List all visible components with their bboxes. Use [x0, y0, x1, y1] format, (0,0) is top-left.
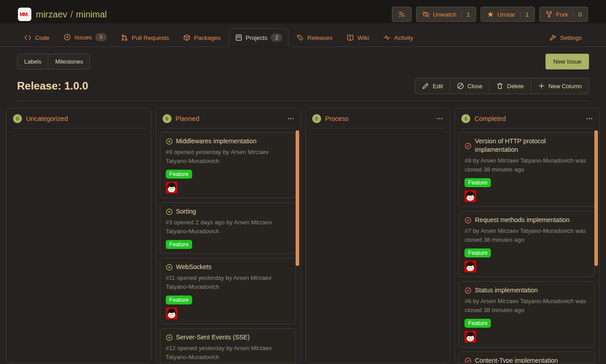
repo-owner-link[interactable]: mirzaev [36, 9, 67, 20]
issue-meta: #9 opened yesterday by Arsen Mirzaev Tat… [166, 148, 290, 166]
issue-card[interactable]: Status implementation#6 by Arsen Mirzaev… [459, 281, 595, 347]
issue-card[interactable]: Version of HTTP protocol implamentation#… [459, 132, 595, 207]
milestones-button[interactable]: Milestones [48, 54, 90, 69]
column-header: 0Uncategorized [7, 108, 151, 128]
tab-label: Projects [246, 34, 268, 41]
issue-meta: #7 by Arsen Mirzaev Tatyano-Muradovich w… [464, 227, 589, 244]
issue-label[interactable]: Feature [166, 295, 192, 304]
issue-title: WebSockets [176, 263, 211, 271]
trash-icon [496, 82, 503, 90]
repo-avatar-text: MM [20, 12, 27, 17]
project-icon [235, 34, 242, 41]
tab-badge: 2 [271, 34, 282, 42]
kanban-board: 0Uncategorized6PlannedMiddlewares implem… [6, 108, 600, 363]
issue-meta: #3 opened 2 days ago by Arsen Mirzaev Ta… [166, 218, 290, 236]
tab-issues[interactable]: Issues8 [57, 28, 113, 47]
tab-projects[interactable]: Projects2 [229, 28, 288, 47]
issue-label[interactable]: Feature [166, 240, 192, 249]
issue-card[interactable]: Sorting#3 opened 2 days ago by Arsen Mir… [160, 202, 296, 254]
issue-card[interactable]: Middlewares implementation#9 opened yest… [160, 132, 296, 198]
code-icon [24, 34, 31, 41]
unstar-count[interactable]: 1 [520, 11, 529, 18]
tab-releases[interactable]: Releases [290, 29, 339, 47]
tab-pull-requests[interactable]: Pull Requests [115, 29, 175, 47]
unwatch-button[interactable]: Unwatch1 [416, 7, 476, 22]
repo-header: MML mirzaev / minimal Unwatch1Unstar1For… [0, 0, 606, 23]
tab-label: Activity [394, 34, 413, 41]
issue-card-title-row: WebSockets [166, 263, 290, 271]
tab-label: Wiki [357, 34, 369, 41]
issue-card[interactable]: WebSockets#11 opened yesterday by Arsen … [160, 258, 296, 324]
column-title: Planned [176, 115, 283, 122]
tab-packages[interactable]: Packages [177, 29, 227, 47]
close-button[interactable]: Close [450, 78, 490, 94]
issue-closed-icon [464, 287, 472, 295]
board-column-planned: 6PlannedMiddlewares implementation#9 ope… [156, 108, 301, 363]
fork-count[interactable]: 0 [573, 11, 582, 18]
issue-card-title-row: Sorting [166, 207, 290, 216]
tab-badge: 8 [95, 33, 107, 41]
issue-label[interactable]: Feature [464, 178, 491, 187]
assignee-avatar[interactable] [166, 308, 177, 319]
tab-label: Code [35, 34, 49, 41]
issue-card[interactable]: Request methods implementation#7 by Arse… [459, 211, 595, 277]
unwatch-label: Unwatch [433, 11, 456, 18]
issue-closed-icon [464, 137, 472, 154]
repo-actions: Unwatch1Unstar1Fork0 [392, 7, 588, 22]
new-issue-button[interactable]: New Issue [546, 54, 589, 69]
issue-card[interactable]: Content-Type implementation#14 by Arsen … [459, 351, 595, 363]
tab-label: Pull Requests [132, 34, 169, 41]
unwatch-count[interactable]: 1 [461, 11, 470, 18]
unstar-label: Unstar [497, 11, 515, 18]
repo-name-link[interactable]: minimal [76, 9, 107, 20]
issue-label[interactable]: Feature [464, 248, 491, 257]
close-label: Close [468, 83, 482, 90]
unstar-button[interactable]: Unstar1 [481, 7, 535, 22]
project-page-head: Release: 1.0.0 EditCloseDeleteNew Column [17, 78, 589, 94]
pencil-icon [422, 82, 429, 90]
tab-code[interactable]: Code [18, 29, 56, 47]
column-header: 0Process [306, 108, 450, 128]
issue-open-icon [64, 34, 71, 41]
assignee-avatar[interactable] [464, 331, 476, 343]
activity-icon [383, 34, 391, 41]
column-title: Completed [474, 115, 582, 122]
issue-closed-icon [464, 216, 472, 224]
column-scrollbar[interactable] [594, 130, 598, 266]
delete-button[interactable]: Delete [490, 78, 531, 94]
rss-button[interactable] [392, 7, 412, 22]
ellipsis-icon[interactable] [287, 115, 294, 122]
column-card-list [306, 128, 450, 363]
issue-label[interactable]: Feature [464, 319, 491, 328]
issue-card-title-row: Status implementation [464, 286, 589, 295]
column-scrollbar[interactable] [296, 130, 299, 266]
package-icon [183, 34, 190, 41]
edit-button[interactable]: Edit [415, 78, 450, 94]
assignee-avatar[interactable] [166, 182, 177, 193]
repo-title-separator: / [70, 9, 73, 20]
assignee-avatar[interactable] [464, 190, 476, 202]
delete-label: Delete [507, 83, 524, 90]
eye-slash-icon [422, 11, 430, 18]
issue-label[interactable]: Feature [166, 170, 192, 179]
tab-wiki[interactable]: Wiki [340, 29, 375, 47]
labels-button[interactable]: Labels [17, 54, 48, 69]
tab-activity[interactable]: Activity [377, 29, 420, 47]
issue-title: Sorting [176, 207, 196, 216]
ellipsis-icon[interactable] [436, 115, 443, 122]
fork-button[interactable]: Fork0 [539, 7, 588, 22]
board-column-process: 0Process [305, 108, 451, 363]
issue-card-title-row: Server-Sent Events (SSE) [166, 333, 290, 342]
ellipsis-icon[interactable] [586, 115, 593, 122]
issue-card[interactable]: Server-Sent Events (SSE)#12 opened yeste… [160, 328, 296, 363]
board-column-completed: 6CompletedVersion of HTTP protocol impla… [455, 108, 600, 363]
page-title: Release: 1.0.0 [17, 80, 88, 92]
new-column-button[interactable]: New Column [531, 78, 589, 94]
assignee-avatar[interactable] [464, 261, 476, 272]
project-action-group: EditCloseDeleteNew Column [415, 78, 589, 94]
tab-label: Releases [307, 34, 332, 41]
column-count-badge: 0 [312, 114, 321, 123]
tab-settings[interactable]: Settings [543, 29, 588, 47]
issue-title: Request methods implementation [475, 216, 569, 224]
column-header: 6Completed [455, 108, 599, 128]
